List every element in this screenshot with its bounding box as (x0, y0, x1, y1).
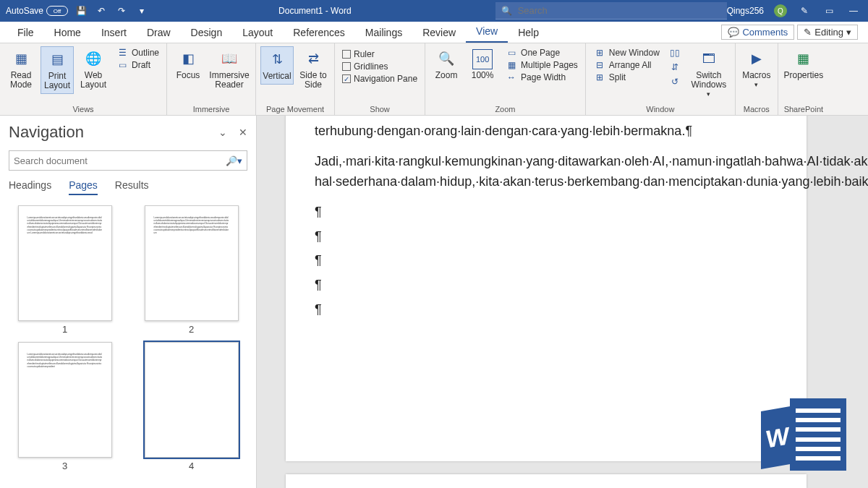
split-icon: ⊞ (593, 72, 606, 82)
navigation-pane-checkbox[interactable]: ✓Navigation Pane (342, 74, 417, 84)
side-to-side-button[interactable]: ⇄Side to Side (297, 46, 330, 93)
print-layout-icon: ▤ (47, 50, 67, 70)
one-page-button[interactable]: ▭One Page (505, 48, 578, 58)
focus-icon: ◧ (178, 49, 198, 69)
page-number-4: 4 (189, 461, 194, 471)
page-thumbnail-1[interactable]: Loremipsumdolorsitametconsecteturadipisc… (18, 205, 112, 321)
new-window-button[interactable]: ⊞New Window (593, 48, 660, 58)
nav-search-input[interactable] (14, 155, 221, 166)
tab-view[interactable]: View (466, 21, 508, 43)
tab-home[interactable]: Home (44, 22, 91, 43)
draft-icon: ▭ (116, 60, 129, 70)
focus-button[interactable]: ◧Focus (171, 46, 205, 83)
reset-window-icon[interactable]: ↺ (668, 77, 681, 87)
ribbon-display-icon[interactable]: ▭ (822, 6, 836, 16)
empty-paragraph[interactable]: ¶ (315, 251, 763, 271)
group-window: ⊞New Window ⊟Arrange All ⊞Split ▯▯ ⇵ ↺ 🗔… (586, 43, 736, 115)
nav-tab-results[interactable]: Results (115, 179, 149, 195)
switch-windows-button[interactable]: 🗔Switch Windows▾ (687, 46, 731, 101)
arrange-icon: ⊟ (593, 60, 606, 70)
gridlines-checkbox[interactable]: Gridlines (342, 61, 417, 72)
comment-icon: 💬 (728, 27, 739, 38)
split-button[interactable]: ⊞Split (593, 72, 660, 82)
page-number-3: 3 (62, 461, 67, 471)
group-page-movement: ⇅Vertical ⇄Side to Side Page Movement (256, 43, 335, 115)
tab-file[interactable]: File (7, 22, 44, 43)
page-thumbnail-2[interactable]: Loremipsumdolorsitametconsecteturadipisc… (145, 205, 239, 321)
draft-button[interactable]: ▭Draft (116, 60, 159, 70)
ruler-checkbox[interactable]: Ruler (342, 49, 417, 59)
search-input[interactable] (518, 5, 721, 16)
zoom-100-button[interactable]: 100100% (466, 46, 499, 83)
page-number-2: 2 (189, 324, 194, 335)
nav-search-box[interactable]: 🔎▾ (9, 150, 247, 171)
comments-button[interactable]: 💬Comments (721, 25, 794, 40)
page-width-button[interactable]: ↔Page Width (505, 72, 578, 82)
group-show: Ruler Gridlines ✓Navigation Pane Show (335, 43, 425, 115)
properties-button[interactable]: ▦Properties (783, 46, 825, 83)
group-macros: ▶Macros▾ Macros (736, 43, 778, 115)
page-number-1: 1 (62, 324, 67, 335)
tab-layout[interactable]: Layout (232, 22, 283, 43)
navigation-pane: Navigation ⌄ ✕ 🔎▾ Headings Pages Results… (0, 116, 257, 488)
drawpen-icon[interactable]: ✎ (797, 6, 812, 16)
empty-paragraph[interactable]: ¶ (315, 300, 763, 320)
new-window-icon: ⊞ (593, 48, 606, 58)
editing-button[interactable]: ✎Editing▾ (797, 25, 858, 40)
tab-review[interactable]: Review (412, 22, 466, 43)
group-zoom: 🔍Zoom 100100% ▭One Page ▦Multiple Pages … (425, 43, 586, 115)
outline-icon: ☰ (116, 48, 129, 58)
user-avatar[interactable]: Q (774, 4, 787, 17)
nav-search-icon[interactable]: 🔎▾ (221, 155, 242, 166)
vertical-button[interactable]: ⇅Vertical (260, 46, 294, 85)
tab-insert[interactable]: Insert (91, 22, 137, 43)
tab-help[interactable]: Help (508, 22, 549, 43)
empty-paragraph[interactable]: ¶ (315, 202, 763, 223)
read-mode-button[interactable]: ▦Read Mode (4, 46, 38, 93)
sync-scroll-icon[interactable]: ⇵ (668, 62, 681, 72)
nav-close-icon[interactable]: ✕ (239, 127, 247, 138)
outline-button[interactable]: ☰Outline (116, 48, 159, 58)
empty-paragraph[interactable]: ¶ (315, 275, 763, 296)
save-icon[interactable]: 💾 (74, 6, 88, 16)
group-sharepoint: ▦Properties SharePoint (778, 43, 829, 115)
side-icon: ⇄ (303, 49, 323, 69)
view-side-icon[interactable]: ▯▯ (668, 48, 681, 58)
page-thumbnail-3[interactable]: Loremipsumdolorsitametconsecteturadipisc… (18, 342, 112, 458)
document-page[interactable]: terhubung·dengan·orang·lain·dengan·cara·… (286, 116, 807, 461)
web-layout-button[interactable]: 🌐Web Layout (77, 46, 110, 93)
arrange-all-button[interactable]: ⊟Arrange All (593, 60, 660, 70)
empty-paragraph[interactable]: ¶ (315, 227, 763, 247)
next-page-edge (286, 474, 807, 488)
sharepoint-icon: ▦ (793, 49, 814, 69)
page-thumbnail-4[interactable] (145, 342, 239, 458)
nav-tab-headings[interactable]: Headings (9, 179, 51, 195)
read-mode-icon: ▦ (11, 49, 31, 69)
one-page-icon: ▭ (505, 48, 518, 58)
group-immersive: ◧Focus 📖Immersive Reader Immersive (167, 43, 256, 115)
redo-icon[interactable]: ↷ (114, 6, 129, 16)
undo-icon[interactable]: ↶ (94, 6, 109, 16)
tab-references[interactable]: References (283, 22, 355, 43)
minimize-icon[interactable]: — (846, 6, 861, 16)
tab-draw[interactable]: Draw (137, 22, 181, 43)
nav-tab-pages[interactable]: Pages (69, 179, 98, 195)
pencil-icon: ✎ (804, 27, 812, 38)
immersive-reader-button[interactable]: 📖Immersive Reader (208, 46, 251, 93)
paragraph-2[interactable]: Jadi,·mari·kita·rangkul·kemungkinan·yang… (315, 152, 763, 192)
tab-design[interactable]: Design (181, 22, 233, 43)
paragraph-1[interactable]: terhubung·dengan·orang·lain·dengan·cara·… (315, 121, 763, 142)
nav-collapse-icon[interactable]: ⌄ (218, 127, 227, 138)
multiple-pages-button[interactable]: ▦Multiple Pages (505, 60, 578, 70)
web-layout-icon: 🌐 (83, 49, 103, 69)
zoom-icon: 🔍 (436, 49, 456, 69)
tab-mailings[interactable]: Mailings (355, 22, 412, 43)
search-box[interactable]: 🔍 (495, 2, 727, 20)
autosave-toggle[interactable]: AutoSave Off (6, 6, 68, 16)
autosave-label: AutoSave (6, 6, 43, 16)
qat-dropdown-icon[interactable]: ▾ (135, 6, 149, 16)
macros-button[interactable]: ▶Macros▾ (740, 46, 773, 92)
ribbon: ▦Read Mode ▤Print Layout 🌐Web Layout ☰Ou… (0, 43, 868, 116)
zoom-button[interactable]: 🔍Zoom (430, 46, 463, 83)
print-layout-button[interactable]: ▤Print Layout (41, 46, 74, 94)
